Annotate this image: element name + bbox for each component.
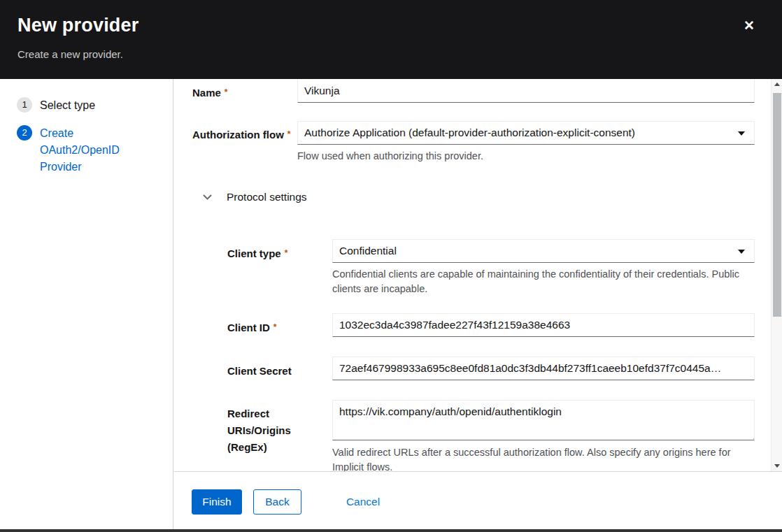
- step-number-badge: 1: [17, 97, 32, 113]
- authorization-flow-select[interactable]: Authorize Application (default-provider-…: [297, 121, 755, 145]
- wizard-step-create-provider[interactable]: 2 Create OAuth2/OpenID Provider: [17, 125, 132, 175]
- required-asterisk: *: [273, 322, 277, 332]
- close-icon: ✕: [744, 18, 755, 33]
- protocol-settings-toggle[interactable]: Protocol settings: [203, 191, 307, 203]
- provider-form: Name* Authorization flow* Authorize Appl…: [174, 79, 771, 471]
- vertical-scrollbar-track[interactable]: [771, 79, 782, 471]
- required-asterisk: *: [225, 87, 228, 97]
- redirect-uris-label: Redirect URIs/Origins (RegEx): [227, 405, 332, 456]
- page-title: New provider: [17, 15, 138, 36]
- step-label: Select type: [40, 97, 132, 114]
- scroll-up-icon: [774, 82, 780, 86]
- step-label: Create OAuth2/OpenID Provider: [40, 125, 132, 175]
- scrollbar-up-button[interactable]: [772, 79, 782, 90]
- scrollbar-thumb[interactable]: [773, 93, 781, 317]
- finish-button[interactable]: Finish: [192, 489, 242, 515]
- new-provider-modal: New provider Create a new provider. ✕ 1 …: [0, 0, 782, 532]
- dropdown-caret-icon: [738, 131, 745, 136]
- authorization-flow-label: Authorization flow*: [192, 127, 290, 144]
- selected-option-label: Authorize Application (default-provider-…: [304, 127, 635, 139]
- scrollbar-down-button[interactable]: [772, 460, 782, 471]
- chevron-down-icon: [203, 192, 212, 203]
- name-input[interactable]: [297, 79, 755, 103]
- wizard-footer: Finish Back Cancel: [174, 472, 782, 529]
- client-id-input[interactable]: [332, 313, 755, 337]
- scroll-down-icon: [774, 464, 780, 468]
- page-subtitle: Create a new provider.: [17, 48, 123, 60]
- client-type-help: Confidential clients are capable of main…: [332, 267, 749, 296]
- selected-option-label: Confidential: [339, 245, 397, 257]
- wizard-sidebar: 1 Select type 2 Create OAuth2/OpenID Pro…: [0, 79, 173, 529]
- name-label: Name*: [192, 85, 228, 102]
- protocol-settings-label: Protocol settings: [227, 191, 307, 203]
- modal-header: New provider Create a new provider. ✕: [0, 0, 782, 79]
- required-asterisk: *: [285, 248, 288, 258]
- wizard-step-select-type[interactable]: 1 Select type: [17, 97, 132, 114]
- close-button[interactable]: ✕: [740, 17, 758, 35]
- required-asterisk: *: [287, 129, 291, 139]
- authorization-flow-help: Flow used when authorizing this provider…: [297, 149, 745, 164]
- redirect-uris-help: Valid redirect URLs after a successful a…: [332, 445, 755, 471]
- background-page-edge: [0, 529, 782, 532]
- client-type-label: Client type*: [227, 245, 287, 263]
- back-button[interactable]: Back: [253, 489, 301, 515]
- client-secret-input[interactable]: [332, 357, 755, 380]
- redirect-uris-textarea[interactable]: https://vik.company/auth/openid/authenti…: [332, 400, 755, 440]
- client-type-select[interactable]: Confidential: [332, 239, 755, 263]
- step-number-badge: 2: [17, 125, 32, 141]
- dropdown-caret-icon: [738, 250, 745, 254]
- cancel-button[interactable]: Cancel: [342, 489, 384, 515]
- client-id-label: Client ID*: [227, 319, 277, 337]
- client-secret-label: Client Secret: [227, 363, 292, 380]
